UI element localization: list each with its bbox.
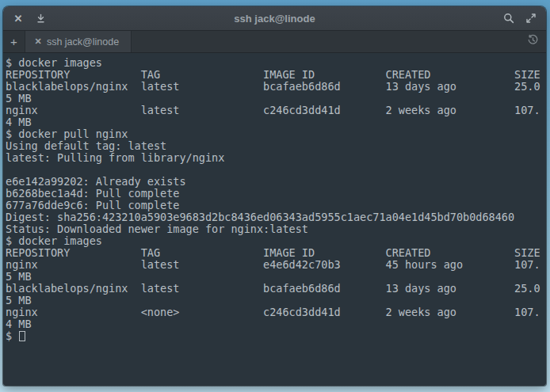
terminal-prompt: $ xyxy=(6,330,18,342)
terminal-line: Using default tag: latest xyxy=(6,140,546,152)
new-tab-button[interactable]: + xyxy=(3,31,25,52)
terminal-prompt-line: $ xyxy=(6,330,546,342)
terminal-lines: $ docker imagesREPOSITORY TAG IMAGE ID C… xyxy=(6,57,546,330)
terminal-line: Status: Downloaded newer image for nginx… xyxy=(6,223,546,235)
tab-label: ssh jack@linode xyxy=(46,36,131,48)
terminal-line: REPOSITORY TAG IMAGE ID CREATED SIZE xyxy=(6,69,546,81)
terminal-line: nginx latest e4e6d42c70b3 45 hours ago 1… xyxy=(6,259,546,271)
terminal-line: $ docker pull nginx xyxy=(6,128,546,140)
search-button[interactable] xyxy=(500,10,518,27)
tab-ssh-session[interactable]: ✕ ssh jack@linode xyxy=(25,31,132,52)
window-title: ssh jack@linode xyxy=(3,13,546,25)
terminal-line: 5 MB xyxy=(6,271,546,283)
terminal-line: 5 MB xyxy=(6,295,546,306)
terminal-line: nginx latest c246cd3dd41d 2 weeks ago 10… xyxy=(6,105,546,116)
terminal-line: 677a76dde9c6: Pull complete xyxy=(6,200,546,211)
terminal-line: REPOSITORY TAG IMAGE ID CREATED SIZE xyxy=(6,247,546,259)
close-icon: ✕ xyxy=(34,36,41,47)
terminal-line: 5 MB xyxy=(6,93,546,105)
terminal-line: blacklabelops/nginx latest bcafaeb6d86d … xyxy=(6,283,546,295)
terminal-line: $ docker images xyxy=(6,235,546,247)
tab-close-button[interactable]: ✕ xyxy=(30,36,46,47)
terminal-line: latest: Pulling from library/nginx xyxy=(6,152,546,164)
scroll-to-bottom-icon xyxy=(36,13,46,24)
terminal-line: e6e142a99202: Already exists xyxy=(6,176,546,188)
terminal-line: Digest: sha256:423210a5903e9683d2bc8436e… xyxy=(6,211,546,223)
terminal-window: ssh jack@linode ✕ xyxy=(3,6,546,386)
restore-closed-tab-button[interactable] xyxy=(522,31,543,52)
tabbar: + ✕ ssh jack@linode xyxy=(3,31,546,53)
terminal-line: nginx <none> c246cd3dd41d 2 weeks ago 10… xyxy=(6,306,546,318)
terminal-cursor xyxy=(19,331,25,341)
terminal-line: $ docker images xyxy=(6,57,546,69)
expand-icon xyxy=(525,13,537,24)
history-clock-icon xyxy=(527,34,539,49)
terminal-line: b6268bec1a4d: Pull complete xyxy=(6,188,546,200)
titlebar: ssh jack@linode ✕ xyxy=(3,6,546,31)
desktop-background: { "window": { "title": "ssh jack@linode"… xyxy=(0,0,550,392)
terminal-line: blacklabelops/nginx latest bcafaeb6d86d … xyxy=(6,81,546,93)
fullscreen-button[interactable] xyxy=(522,10,540,27)
scroll-to-bottom-button[interactable] xyxy=(32,10,49,27)
close-window-button[interactable]: ✕ xyxy=(10,10,27,27)
search-icon xyxy=(503,13,514,24)
terminal-line xyxy=(6,164,546,176)
plus-icon: + xyxy=(10,35,17,48)
terminal-output[interactable]: $ docker imagesREPOSITORY TAG IMAGE ID C… xyxy=(3,53,546,386)
close-icon: ✕ xyxy=(14,13,23,25)
terminal-line: 4 MB xyxy=(6,318,546,330)
tabbar-spacer xyxy=(132,31,546,52)
terminal-line: 4 MB xyxy=(6,116,546,128)
